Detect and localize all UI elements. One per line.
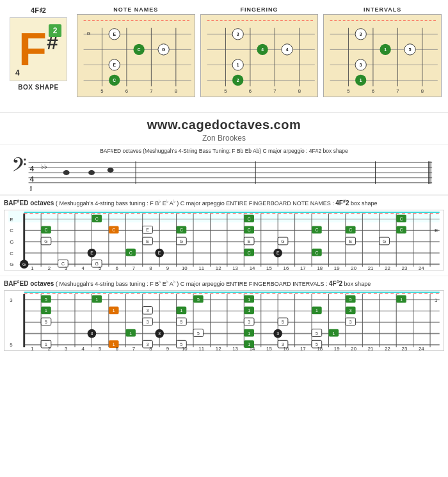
svg-text:1: 1 (113, 308, 115, 313)
svg-text:2: 2 (48, 265, 51, 270)
svg-text:20: 20 (351, 346, 356, 350)
svg-text:5: 5 (10, 342, 13, 348)
svg-text:5: 5 (100, 88, 103, 94)
intervals-diagram: INTERVALS 3 1 (323, 6, 442, 97)
svg-text:C: C (95, 217, 99, 221)
svg-text:C: C (138, 47, 141, 52)
svg-text:E: E (113, 32, 116, 36)
svg-text:5: 5 (45, 320, 47, 324)
svg-text:E: E (90, 251, 93, 255)
note-names-diagram: NOTE NAMES G (77, 6, 195, 97)
svg-point-87 (88, 170, 95, 175)
sheet-music-section: BAF#ED octaves (Meshuggah's 4-String Bas… (0, 144, 448, 195)
svg-text:22: 22 (385, 346, 390, 350)
svg-text:24: 24 (419, 265, 424, 270)
svg-text:G: G (281, 239, 284, 244)
svg-text:19: 19 (334, 346, 340, 350)
fb-intervals-fretboard: 3 1 5 1 5 1 5 1 1 1 3 1 1 (4, 290, 444, 351)
svg-text:3: 3 (91, 331, 93, 336)
fret-badge: 2 (49, 24, 61, 37)
svg-text:4: 4 (285, 47, 288, 52)
svg-text:5: 5 (409, 47, 412, 52)
svg-text:C: C (113, 78, 116, 82)
svg-text:3: 3 (147, 320, 149, 324)
fingering-title: FINGERING (241, 6, 278, 13)
svg-text:G: G (44, 239, 47, 244)
svg-text:10: 10 (182, 346, 188, 350)
svg-text:11: 11 (198, 346, 204, 350)
svg-text:C: C (112, 228, 115, 232)
svg-text:4: 4 (30, 175, 35, 184)
svg-text:7: 7 (273, 88, 276, 94)
svg-text:E: E (248, 239, 251, 244)
svg-text:C: C (45, 228, 48, 232)
svg-text:24: 24 (419, 346, 424, 350)
svg-text:1: 1 (435, 297, 437, 303)
svg-text:7: 7 (397, 88, 399, 94)
staff-area: 𝄢 4 4 ♭♭ 8 6 (6, 156, 442, 191)
svg-text:5: 5 (348, 88, 350, 94)
chord-label: 4F♯2 (31, 6, 46, 15)
intervals-fretboard: 3 1 3 5 1 5 6 7 8 (323, 14, 442, 97)
svg-text:1: 1 (45, 308, 47, 313)
svg-text:23: 23 (402, 346, 408, 350)
svg-text:3: 3 (248, 320, 250, 324)
svg-text:G: G (180, 239, 183, 244)
svg-text:3: 3 (360, 32, 362, 36)
svg-text:G: G (10, 262, 13, 267)
svg-text:1: 1 (95, 297, 98, 302)
svg-text:5: 5 (349, 297, 352, 302)
svg-text:1: 1 (248, 297, 250, 302)
svg-point-86 (63, 170, 70, 175)
svg-text:12: 12 (216, 346, 221, 350)
svg-text:21: 21 (368, 265, 374, 270)
svg-text:5: 5 (316, 331, 318, 336)
svg-text:E: E (276, 251, 280, 255)
svg-text:E: E (349, 239, 352, 244)
svg-text:C: C (400, 217, 403, 221)
svg-text:17: 17 (300, 346, 306, 350)
svg-text:C: C (248, 217, 251, 221)
svg-text:22: 22 (385, 265, 390, 270)
svg-text:G: G (383, 239, 386, 244)
svg-text:14: 14 (250, 346, 255, 350)
note-names-fretboard: G E C E G C (77, 14, 195, 97)
svg-text:4: 4 (30, 164, 35, 173)
chord-diagram: F# 2 4 (10, 17, 67, 81)
svg-text:14: 14 (250, 265, 255, 270)
top-section: 4F♯2 F# 2 4 BOX SHAPE NOTE NAMES (0, 0, 448, 112)
svg-text:1: 1 (385, 47, 387, 52)
website-section: www.cagedoctaves.com Zon Brookes (0, 112, 448, 144)
svg-text:4: 4 (82, 265, 85, 270)
svg-text:2: 2 (236, 78, 239, 82)
fb-note-names-fretboard: E C G C G E C C C C C (4, 210, 444, 270)
svg-text:3: 3 (147, 342, 149, 347)
svg-text:7: 7 (132, 265, 135, 270)
svg-text:C: C (400, 228, 403, 232)
fb-note-names-section: BAF#ED octaves ( Meshuggah's 4-string ba… (0, 195, 448, 273)
svg-text:1: 1 (332, 331, 335, 336)
svg-text:11: 11 (198, 265, 204, 270)
svg-text:♭♭: ♭♭ (41, 163, 47, 170)
intervals-title: INTERVALS (364, 6, 401, 13)
svg-text:3: 3 (158, 331, 161, 336)
svg-text:15: 15 (266, 346, 272, 350)
svg-text:3: 3 (65, 265, 68, 270)
svg-text:6: 6 (115, 265, 118, 270)
svg-text:G: G (10, 239, 13, 245)
svg-text:8: 8 (298, 88, 300, 94)
svg-text:1: 1 (180, 308, 183, 313)
svg-text:19: 19 (334, 265, 340, 270)
author-name: Zon Brookes (0, 134, 448, 143)
svg-text:1: 1 (113, 342, 115, 347)
svg-point-88 (108, 168, 114, 173)
svg-text:6: 6 (248, 88, 251, 94)
svg-text:G: G (86, 31, 90, 36)
fb-intervals-section: BAF#ED octaves ( Meshuggah's 4-string ba… (0, 276, 448, 354)
svg-text:1: 1 (45, 342, 47, 347)
svg-text:C: C (10, 228, 13, 233)
svg-text:6: 6 (30, 189, 33, 191)
svg-text:G: G (22, 262, 26, 267)
svg-text:C: C (180, 228, 183, 232)
svg-text:1: 1 (248, 331, 250, 336)
